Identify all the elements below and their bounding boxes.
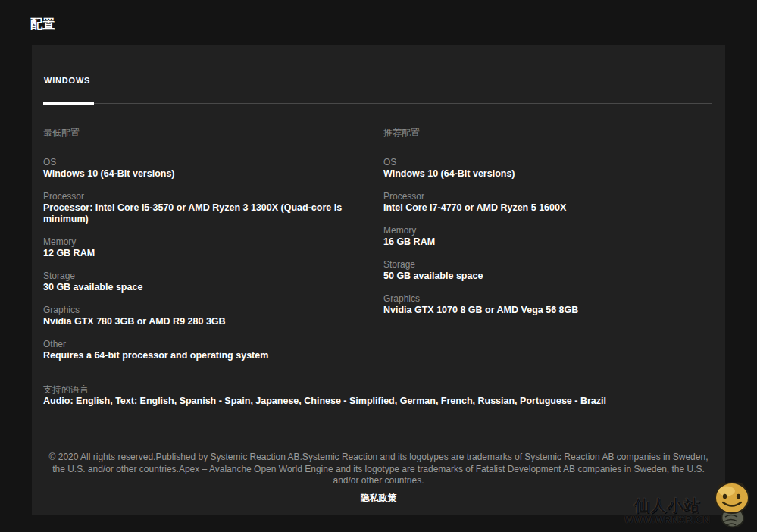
spec-label: Storage bbox=[383, 259, 712, 271]
watermark-mascot-icon bbox=[712, 480, 752, 532]
minimum-requirements-column: 最低配置 OS Windows 10 (64-Bit versions) Pro… bbox=[43, 127, 372, 373]
minimum-requirements-heading: 最低配置 bbox=[43, 127, 372, 139]
spec-value: 30 GB available space bbox=[43, 282, 361, 293]
spec-label: Graphics bbox=[43, 305, 372, 316]
spec-value: Nvidia GTX 780 3GB or AMD R9 280 3GB bbox=[43, 316, 361, 327]
spec-row-graphics: Graphics Nvidia GTX 780 3GB or AMD R9 28… bbox=[43, 305, 372, 327]
active-tab-indicator bbox=[43, 102, 94, 105]
spec-value: 12 GB RAM bbox=[43, 248, 361, 259]
recommended-requirements-heading: 推荐配置 bbox=[383, 127, 712, 139]
spec-row-processor: Processor Intel Core i7-4770 or AMD Ryze… bbox=[383, 191, 712, 214]
spec-value: Nvidia GTX 1070 8 GB or AMD Vega 56 8GB bbox=[383, 305, 702, 316]
platform-tabbar: WINDOWS bbox=[43, 45, 712, 104]
spec-label: Storage bbox=[43, 271, 372, 282]
spec-value: 50 GB available space bbox=[383, 271, 702, 282]
spec-columns: 最低配置 OS Windows 10 (64-Bit versions) Pro… bbox=[43, 127, 712, 373]
spec-value: Intel Core i7-4770 or AMD Ryzen 5 1600X bbox=[383, 202, 702, 214]
site-watermark-text: 仙人小站 WWW.WRNXR.CN bbox=[624, 496, 710, 532]
supported-languages-heading: 支持的语言 bbox=[43, 384, 712, 396]
spec-label: Processor bbox=[43, 191, 372, 202]
spec-row-os: OS Windows 10 (64-Bit versions) bbox=[383, 157, 712, 180]
spec-label: Graphics bbox=[383, 293, 712, 305]
tab-windows[interactable]: WINDOWS bbox=[44, 76, 90, 85]
spec-row-processor: Processor Processor: Intel Core i5-3570 … bbox=[43, 191, 372, 225]
page-title: 配置 bbox=[30, 17, 55, 33]
site-watermark-url: WWW.WRNXR.CN bbox=[624, 515, 710, 526]
spec-row-memory: Memory 12 GB RAM bbox=[43, 236, 372, 259]
spec-value: Processor: Intel Core i5-3570 or AMD Ryz… bbox=[43, 202, 361, 225]
spec-value: Windows 10 (64-Bit versions) bbox=[43, 168, 361, 180]
spec-row-memory: Memory 16 GB RAM bbox=[383, 225, 712, 248]
spec-row-storage: Storage 50 GB available space bbox=[383, 259, 712, 282]
copyright-text: © 2020 All rights reserved.Published by … bbox=[45, 452, 712, 487]
supported-languages-section: 支持的语言 Audio: English, Text: English, Spa… bbox=[43, 384, 712, 407]
spec-label: Memory bbox=[43, 236, 372, 248]
spec-label: Other bbox=[43, 339, 372, 350]
site-watermark: 仙人小站 WWW.WRNXR.CN bbox=[624, 480, 752, 532]
spec-label: OS bbox=[383, 157, 712, 168]
spec-row-storage: Storage 30 GB available space bbox=[43, 271, 372, 293]
spec-row-graphics: Graphics Nvidia GTX 1070 8 GB or AMD Veg… bbox=[383, 293, 712, 316]
spec-value: Windows 10 (64-Bit versions) bbox=[383, 168, 702, 180]
site-watermark-name: 仙人小站 bbox=[624, 496, 710, 515]
spec-row-other: Other Requires a 64-bit processor and op… bbox=[43, 339, 372, 361]
spec-value: Requires a 64-bit processor and operatin… bbox=[43, 350, 361, 361]
privacy-policy-link[interactable]: 隐私政策 bbox=[32, 492, 725, 505]
supported-languages-value: Audio: English, Text: English, Spanish -… bbox=[43, 396, 712, 407]
spec-value: 16 GB RAM bbox=[383, 236, 702, 248]
spec-label: OS bbox=[43, 157, 372, 168]
footer-divider bbox=[43, 427, 712, 427]
recommended-requirements-column: 推荐配置 OS Windows 10 (64-Bit versions) Pro… bbox=[383, 127, 712, 373]
spec-label: Processor bbox=[383, 191, 712, 202]
spec-label: Memory bbox=[383, 225, 712, 236]
system-requirements-panel: WINDOWS 最低配置 OS Windows 10 (64-Bit versi… bbox=[32, 45, 725, 515]
spec-row-os: OS Windows 10 (64-Bit versions) bbox=[43, 157, 372, 180]
